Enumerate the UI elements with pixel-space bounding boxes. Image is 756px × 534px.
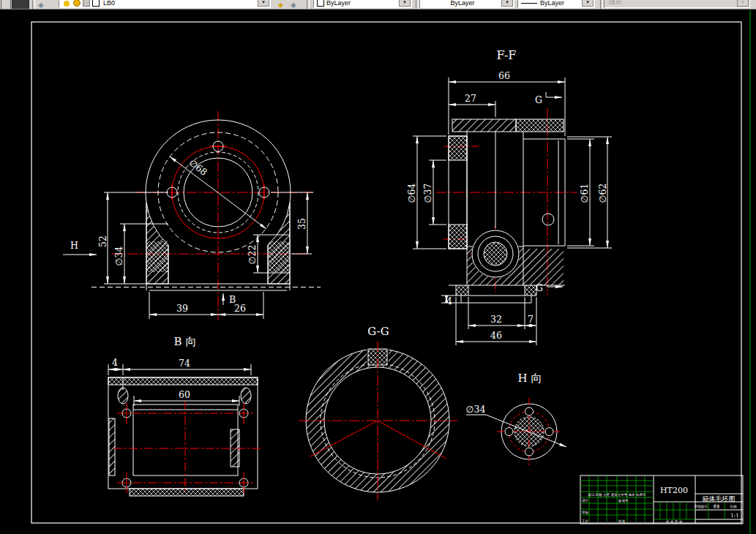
design-label: 设计 bbox=[582, 498, 589, 503]
dim-text: ∅34 bbox=[466, 404, 486, 415]
front-view: 52 ∅34 35 ∅22 39 26 ∅68 B H bbox=[63, 111, 321, 320]
view-label: H bbox=[70, 240, 78, 251]
dim-text: 52 bbox=[97, 236, 108, 247]
title-block: HT200 箱体毛坯图 标记 处数 分区 更改文件号 签名 年月日 设计 标准化… bbox=[580, 475, 743, 524]
color-dropdown[interactable]: ByLayer ▼ bbox=[313, 0, 412, 8]
layer-dropdown[interactable]: LB0 ▼ bbox=[59, 0, 271, 8]
layer-name: LB0 bbox=[103, 0, 115, 7]
dim-text: 60 bbox=[179, 389, 190, 400]
layer-dropdown-arrow[interactable]: ▼ bbox=[258, 0, 269, 7]
dim-text: 39 bbox=[176, 303, 188, 314]
drawing-canvas[interactable]: 52 ∅34 35 ∅22 39 26 ∅68 B H F-F bbox=[0, 10, 756, 534]
view-b: B 向 4 74 60 bbox=[108, 335, 261, 496]
standardization-label: 标准化 bbox=[618, 498, 629, 503]
sheet-border bbox=[31, 22, 741, 523]
linetype-value: ByLayer bbox=[450, 0, 474, 7]
layer-on-bulb-icon[interactable] bbox=[64, 1, 70, 7]
layer-lock-icon[interactable] bbox=[83, 0, 90, 7]
section-label: G bbox=[535, 94, 542, 105]
section-gg-view: G-G bbox=[299, 325, 457, 500]
view-h: H 向 ∅34 bbox=[466, 372, 566, 467]
dim-text: 4 bbox=[446, 296, 452, 307]
dim-text: 4 bbox=[112, 357, 118, 368]
cad-drawing[interactable]: 52 ∅34 35 ∅22 39 26 ∅68 B H F-F bbox=[0, 10, 756, 534]
view-title: F-F bbox=[497, 48, 517, 62]
material-spec: HT200 bbox=[660, 486, 688, 495]
layer-states-icon[interactable]: ◈ bbox=[291, 1, 296, 9]
dim-text: ∅22 bbox=[247, 245, 258, 265]
check-label: 审核 bbox=[582, 511, 589, 514]
layer-freeze-sun-icon[interactable] bbox=[73, 0, 81, 7]
toolbar-separator bbox=[32, 0, 35, 9]
toolbar-button-left[interactable] bbox=[1, 0, 11, 10]
dim-text: 26 bbox=[234, 303, 246, 314]
toolbar-separator bbox=[600, 0, 603, 9]
color-chip bbox=[317, 0, 324, 7]
dim-text: 66 bbox=[498, 70, 510, 81]
section-ff-view: F-F bbox=[406, 48, 612, 345]
plot-style-dropdown: 随层 ▼ bbox=[604, 0, 750, 8]
scale-value: 1:1 bbox=[730, 513, 738, 519]
lineweight-sample-line bbox=[521, 3, 537, 4]
linetype-dropdown[interactable]: ByLayer ▼ bbox=[419, 0, 514, 8]
toolbar-separator bbox=[307, 0, 310, 9]
dim-text: ∅37 bbox=[422, 184, 433, 203]
stage-label: 阶段标记 bbox=[695, 504, 708, 509]
lineweight-dropdown-arrow[interactable]: ▼ bbox=[582, 0, 594, 7]
lineweight-value: ByLayer bbox=[540, 0, 564, 7]
view-title: H 向 bbox=[518, 372, 542, 385]
lineweight-dropdown[interactable]: ByLayer ▼ bbox=[517, 0, 595, 8]
layer-previous-icon[interactable]: ⬥ bbox=[278, 1, 283, 9]
make-layer-current-button[interactable] bbox=[12, 0, 29, 10]
top-toolbar: ◈ LB0 ▼ ⬥ ◈ ByLayer ▼ ByLayer ▼ ByLayer … bbox=[0, 0, 756, 10]
color-value: ByLayer bbox=[326, 0, 351, 7]
view-title: G-G bbox=[367, 325, 389, 338]
process-label: 工艺 bbox=[582, 519, 589, 523]
approve-label: 批准 bbox=[618, 519, 626, 523]
view-title: B 向 bbox=[174, 335, 197, 348]
dim-text: ∅61 bbox=[579, 184, 590, 203]
layer-color-chip[interactable] bbox=[92, 0, 100, 7]
dim-text: ∅34 bbox=[113, 247, 124, 266]
dim-text: ∅62 bbox=[597, 184, 608, 203]
scale-label: 比例 bbox=[730, 505, 738, 509]
toolbar-separator bbox=[416, 0, 419, 9]
dim-text: 7 bbox=[528, 314, 534, 325]
dim-text: ∅64 bbox=[406, 184, 417, 203]
dim-text: 74 bbox=[179, 358, 190, 369]
dim-text: 32 bbox=[490, 314, 502, 325]
plot-style-value: 随层 bbox=[609, 0, 622, 7]
section-label: B bbox=[229, 294, 236, 305]
weight-label: 重量 bbox=[714, 504, 721, 508]
dim-text: 35 bbox=[296, 218, 307, 230]
drawing-title: 箱体毛坯图 bbox=[703, 495, 736, 503]
dim-text: 27 bbox=[465, 93, 476, 104]
plot-style-dropdown-arrow: ▼ bbox=[737, 0, 749, 7]
section-label: G bbox=[536, 282, 543, 293]
layer-manager-icon[interactable]: ◈ bbox=[38, 1, 44, 9]
color-dropdown-arrow[interactable]: ▼ bbox=[399, 0, 411, 7]
revision-header: 标记 处数 分区 更改文件号 签名 年月日 bbox=[587, 492, 645, 497]
sheet-count: 共 张 第 张 bbox=[666, 520, 683, 524]
linetype-dropdown-arrow[interactable]: ▼ bbox=[501, 0, 513, 7]
dim-text: 46 bbox=[490, 330, 502, 341]
